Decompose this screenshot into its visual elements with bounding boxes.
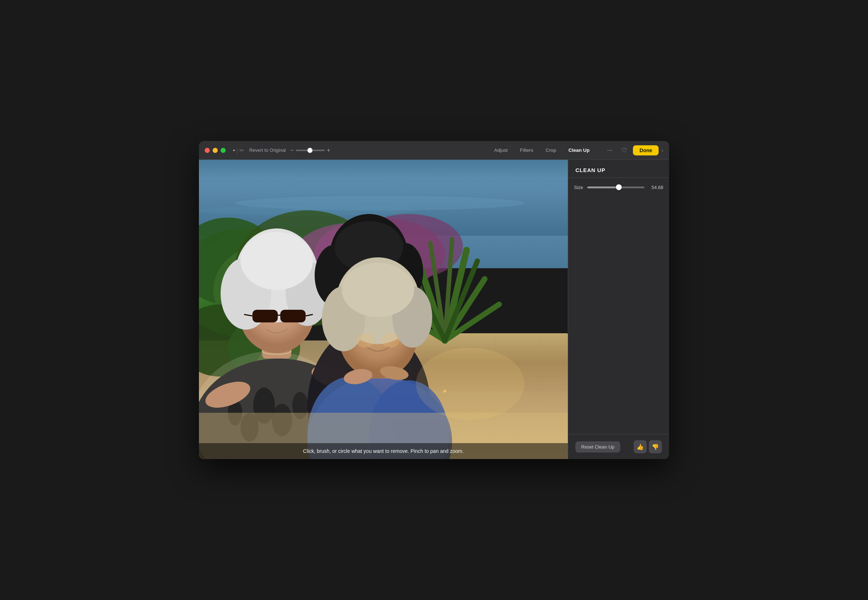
tab-crop[interactable]: Crop <box>540 145 562 155</box>
single-view-icon[interactable]: ▪ <box>233 147 235 154</box>
instruction-text: Click, brush, or circle what you want to… <box>303 448 464 454</box>
sidebar-title: CLEAN UP <box>575 167 662 173</box>
view-toggle: ▪ | ▫▫ <box>233 147 243 154</box>
svg-rect-48 <box>252 310 278 323</box>
main-window: ▪ | ▫▫ Revert to Original − + Adjust Fil… <box>199 141 669 459</box>
feedback-buttons: 👍 👎 <box>634 440 662 453</box>
tab-filters[interactable]: Filters <box>514 145 539 155</box>
minimize-button[interactable] <box>212 148 218 153</box>
size-slider-track <box>587 186 645 188</box>
toolbar-nav: Adjust Filters Crop Clean Up <box>488 145 595 155</box>
chevron-right-icon[interactable]: › <box>662 147 663 153</box>
tab-cleanup[interactable]: Clean Up <box>563 145 596 155</box>
size-control: Size 54.68 <box>574 183 663 191</box>
zoom-slider[interactable] <box>296 150 325 151</box>
zoom-thumb[interactable] <box>307 148 313 153</box>
instruction-bar: Click, brush, or circle what you want to… <box>199 443 568 459</box>
sidebar-footer: Reset Clean Up 👍 👎 <box>568 434 669 459</box>
thumbs-down-button[interactable]: 👎 <box>649 440 662 453</box>
zoom-controls: − + <box>290 147 330 154</box>
size-value: 54.68 <box>649 185 663 190</box>
tab-adjust[interactable]: Adjust <box>488 145 514 155</box>
sidebar: CLEAN UP Size 54.68 Reset Clean Up <box>568 160 669 459</box>
compare-view-icon[interactable]: ▫▫ <box>240 147 243 154</box>
svg-point-77 <box>443 389 446 392</box>
thumbs-up-button[interactable]: 👍 <box>634 440 646 453</box>
reset-cleanup-button[interactable]: Reset Clean Up <box>575 441 620 453</box>
svg-rect-49 <box>280 310 306 323</box>
svg-point-47 <box>241 232 313 290</box>
size-slider-thumb[interactable] <box>616 184 622 190</box>
done-button[interactable]: Done <box>633 145 659 155</box>
svg-point-72 <box>356 333 374 348</box>
main-content: Click, brush, or circle what you want to… <box>199 160 669 459</box>
size-label: Size <box>574 185 583 190</box>
photo-canvas <box>199 160 568 459</box>
revert-button[interactable]: Revert to Original <box>249 147 286 153</box>
thumbs-up-icon: 👍 <box>637 444 644 450</box>
size-slider-container[interactable] <box>587 183 645 191</box>
zoom-minus-icon[interactable]: − <box>290 147 293 154</box>
heart-button[interactable]: ♡ <box>618 145 630 156</box>
svg-point-70 <box>342 263 414 317</box>
sidebar-content: Size 54.68 <box>568 178 669 434</box>
zoom-plus-icon[interactable]: + <box>327 147 330 154</box>
sidebar-header: CLEAN UP <box>568 160 669 178</box>
close-button[interactable] <box>205 148 210 153</box>
svg-point-76 <box>416 348 524 420</box>
maximize-button[interactable] <box>221 148 226 153</box>
size-slider-fill <box>587 186 619 188</box>
thumbs-down-icon: 👎 <box>652 444 659 450</box>
more-options-button[interactable]: ··· <box>604 145 616 156</box>
traffic-lights <box>205 148 226 153</box>
photo-area[interactable]: Click, brush, or circle what you want to… <box>199 160 568 459</box>
svg-point-71 <box>382 333 400 348</box>
titlebar: ▪ | ▫▫ Revert to Original − + Adjust Fil… <box>199 141 669 160</box>
toolbar-actions: ··· ♡ Done › <box>604 145 663 156</box>
